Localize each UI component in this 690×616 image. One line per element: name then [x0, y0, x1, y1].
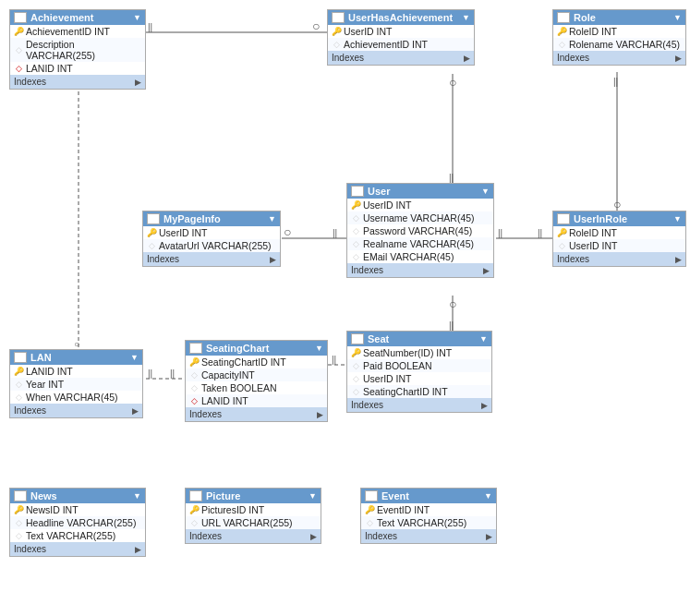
- table-title: UserHasAchievement: [348, 12, 453, 23]
- diamond-icon: ◇: [351, 374, 360, 383]
- svg-text:○: ○: [449, 75, 456, 90]
- field-row: ◇ AchievementID INT: [328, 38, 474, 51]
- svg-text:||: ||: [332, 355, 336, 365]
- table-footer-LAN[interactable]: Indexes ▶: [10, 404, 142, 417]
- field-row: 🔑 AchievementID INT: [10, 25, 145, 38]
- table-footer-MyPageInfo[interactable]: Indexes ▶: [143, 252, 280, 266]
- indexes-label: Indexes: [557, 53, 589, 63]
- table-header-Role[interactable]: Role ▼: [553, 10, 685, 25]
- field-text: PicturesID INT: [201, 504, 264, 515]
- diamond-icon: ◇: [14, 45, 23, 54]
- field-text: Text VARCHAR(255): [26, 530, 115, 541]
- key-icon: 🔑: [189, 357, 199, 367]
- dropdown-arrow[interactable]: ▼: [309, 491, 317, 501]
- field-text: EventID INT: [377, 504, 430, 515]
- table-footer-UserInRole[interactable]: Indexes ▶: [553, 252, 685, 266]
- indexes-label: Indexes: [147, 254, 179, 264]
- field-text: RoleID INT: [569, 26, 617, 37]
- indexes-label: Indexes: [351, 265, 383, 275]
- table-header-Picture[interactable]: Picture ▼: [186, 489, 321, 503]
- table-header-User[interactable]: User ▼: [347, 184, 493, 199]
- indexes-label: Indexes: [557, 254, 589, 264]
- table-header-SeatingChart[interactable]: SeatingChart ▼: [186, 341, 327, 356]
- svg-text:○: ○: [284, 224, 291, 239]
- table-SeatingChart: SeatingChart ▼ 🔑 SeatingChartID INT ◇ Ca…: [185, 340, 328, 422]
- field-row: ◇ Description VARCHAR(255): [10, 38, 145, 62]
- table-MyPageInfo: MyPageInfo ▼ 🔑 UserID INT ◇ AvatarUrl VA…: [142, 211, 281, 267]
- field-text: LANID INT: [201, 395, 248, 406]
- table-header-LAN[interactable]: LAN ▼: [10, 350, 142, 365]
- table-News: News ▼ 🔑 NewsID INT ◇ Headline VARCHAR(2…: [9, 488, 146, 557]
- table-icon: [365, 490, 378, 501]
- footer-arrow: ▶: [270, 255, 276, 264]
- table-header-Event[interactable]: Event ▼: [361, 489, 496, 503]
- table-footer-Event[interactable]: Indexes ▶: [361, 529, 496, 543]
- field-text: UserID INT: [159, 227, 208, 238]
- table-header-MyPageInfo[interactable]: MyPageInfo ▼: [143, 211, 280, 226]
- diamond-icon: ◇: [351, 213, 360, 223]
- field-text: EMail VARCHAR(45): [363, 251, 454, 262]
- table-title: Role: [574, 12, 596, 23]
- table-title: News: [30, 490, 57, 501]
- dropdown-arrow[interactable]: ▼: [268, 214, 276, 223]
- table-header-Achievement[interactable]: Achievement ▼: [10, 10, 145, 25]
- table-footer-Seat[interactable]: Indexes ▶: [347, 398, 491, 412]
- field-text: Realname VARCHAR(45): [363, 238, 474, 249]
- table-title: Event: [381, 490, 409, 501]
- key-icon: 🔑: [557, 27, 566, 36]
- svg-text:||: ||: [498, 228, 502, 238]
- svg-text:||: ||: [538, 228, 542, 238]
- key-icon: 🔑: [14, 27, 23, 36]
- field-text: Taken BOOLEAN: [201, 382, 277, 393]
- table-footer-Achievement[interactable]: Indexes ▶: [10, 75, 145, 89]
- dropdown-arrow-Achievement[interactable]: ▼: [133, 13, 141, 22]
- table-footer-News[interactable]: Indexes ▶: [10, 542, 145, 556]
- dropdown-arrow[interactable]: ▼: [315, 344, 323, 353]
- field-text: URL VARCHAR(255): [201, 517, 293, 528]
- field-row: 🔑 RoleID INT: [553, 226, 685, 239]
- table-UserInRole: UserInRole ▼ 🔑 RoleID INT ◇ UserID INT I…: [552, 211, 686, 267]
- table-Event: Event ▼ 🔑 EventID INT ◇ Text VARCHAR(255…: [360, 488, 497, 544]
- field-row: 🔑 SeatNumber(ID) INT: [347, 346, 491, 359]
- field-row: ◇ LANID INT: [10, 62, 145, 75]
- table-icon: [557, 12, 570, 23]
- table-header-News[interactable]: News ▼: [10, 489, 145, 503]
- svg-text:||: ||: [613, 77, 618, 87]
- dropdown-arrow[interactable]: ▼: [133, 491, 141, 501]
- table-header-UserInRole[interactable]: UserInRole ▼: [553, 211, 685, 226]
- table-footer-SeatingChart[interactable]: Indexes ▶: [186, 407, 327, 421]
- dropdown-arrow[interactable]: ▼: [484, 491, 492, 501]
- dropdown-arrow[interactable]: ▼: [479, 334, 488, 344]
- diamond-icon: ◇: [351, 252, 360, 261]
- field-row: ◇ Username VARCHAR(45): [347, 211, 493, 224]
- table-footer-User[interactable]: Indexes ▶: [347, 263, 493, 277]
- field-text: UserID INT: [363, 373, 412, 384]
- table-header-Seat[interactable]: Seat ▼: [347, 332, 491, 346]
- field-row: ◇ UserID INT: [553, 239, 685, 252]
- field-row: ◇ UserID INT: [347, 372, 491, 385]
- field-row: ◇ LANID INT: [186, 394, 327, 407]
- field-row: ◇ Taken BOOLEAN: [186, 381, 327, 394]
- table-footer-UserHasAchievement[interactable]: Indexes ▶: [328, 51, 474, 65]
- table-header-UserHasAchievement[interactable]: UserHasAchievement ▼: [328, 10, 474, 25]
- field-row: ◇ Text VARCHAR(255): [361, 516, 496, 529]
- field-text: AchievementID INT: [26, 26, 110, 37]
- table-title: LAN: [30, 352, 52, 363]
- diamond-icon: ◇: [332, 40, 341, 49]
- dropdown-arrow[interactable]: ▼: [673, 13, 682, 22]
- indexes-label: Indexes: [365, 531, 397, 541]
- table-Role: Role ▼ 🔑 RoleID INT ◇ Rolename VARCHAR(4…: [552, 9, 686, 66]
- table-footer-Picture[interactable]: Indexes ▶: [186, 529, 321, 543]
- field-row: ◇ Realname VARCHAR(45): [347, 237, 493, 250]
- table-footer-Role[interactable]: Indexes ▶: [553, 51, 685, 65]
- field-row: ◇ CapacityINT: [186, 368, 327, 381]
- key-icon: 🔑: [351, 348, 360, 357]
- dropdown-arrow[interactable]: ▼: [130, 353, 139, 362]
- field-row: 🔑 PicturesID INT: [186, 503, 321, 516]
- field-row: ◇ Password VARCHAR(45): [347, 224, 493, 237]
- diamond-icon: ◇: [351, 226, 360, 236]
- field-row: ◇ Paid BOOLEAN: [347, 359, 491, 372]
- dropdown-arrow[interactable]: ▼: [481, 187, 490, 196]
- dropdown-arrow[interactable]: ▼: [673, 214, 682, 223]
- dropdown-arrow[interactable]: ▼: [462, 13, 470, 22]
